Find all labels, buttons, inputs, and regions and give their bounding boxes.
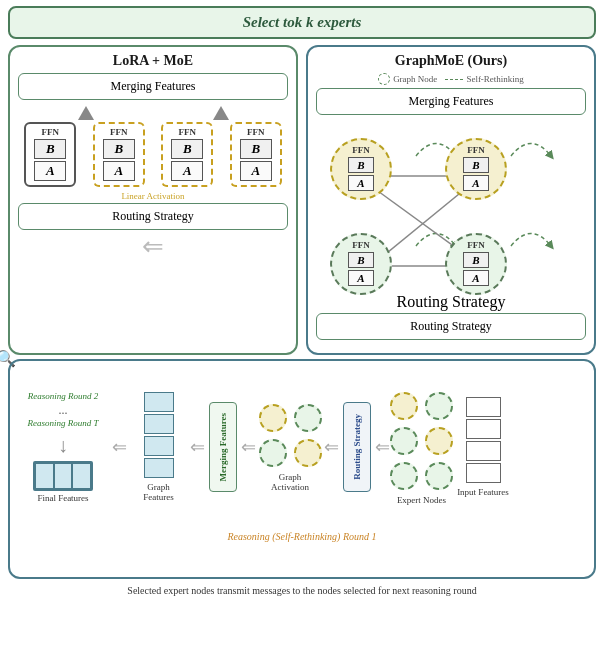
graph-node-br-a: A [463,270,489,286]
down-arrow-icon: ↓ [58,434,68,457]
legend-self-rethinking-label: Self-Rethinking [466,74,524,84]
graph-node-br-shape: FFN B A [445,233,507,295]
graph-activation-circles-top [257,402,324,434]
a-cell-1: A [34,161,66,181]
graph-node-bl-ffn: FFN [352,240,370,250]
ga-circle-4 [294,439,322,467]
merging-features-vertical-text: Merging Features [218,413,228,482]
reasoning-col: Reasoning Round 2 ... Reasoning Round T … [18,391,108,503]
ffn-label-1: FFN [42,127,60,137]
bottom-caption: Selected expert nodes transmit messages … [8,583,596,598]
b-cell-3: B [171,139,203,159]
en-circle-3 [390,427,418,455]
graph-features-label: Graph Features [131,482,186,502]
legend-graph-node-label: Graph Node [393,74,437,84]
ff-cell-3 [72,463,91,489]
expert-block-2: FFN B A [93,122,145,187]
experts-row: FFN B A FFN B A FFN B A FFN B A [18,122,288,187]
a-cell-4: A [240,161,272,181]
arrow-up-1 [78,106,94,120]
legend-self-rethinking: Self-Rethinking [445,74,524,84]
left-panel: LoRA + MoE Merging Features FFN B A FFN … [8,45,298,355]
gf-box-1 [144,392,174,412]
right-panel: GraphMoE (Ours) Graph Node Self-Rethinki… [306,45,596,355]
expert-nodes-label: Expert Nodes [397,495,446,505]
graph-node-br-ffn: FFN [467,240,485,250]
graph-activation-label: Graph Activation [260,472,320,492]
expert-block-3: FFN B A [161,122,213,187]
right-routing-strategy-label: Routing Strategy [316,293,586,311]
dots-label: ... [59,403,68,418]
ffn-label-2: FFN [110,127,128,137]
graph-node-tl-ffn: FFN [352,145,370,155]
right-merging-features-box: Merging Features [316,88,586,115]
right-panel-title: GraphMoE (Ours) [316,53,586,69]
legend-graph-node: Graph Node [378,73,437,85]
big-hollow-arrow: ⇐ [142,234,164,260]
bottom-arrow-1: ⇐ [112,436,127,458]
reasoning-round-1-label: Reasoning (Self-Rethinking) Round 1 [18,531,586,542]
legend-circle-icon [378,73,390,85]
a-cell-2: A [103,161,135,181]
input-features-label: Input Features [457,487,509,497]
final-features-label: Final Features [37,493,88,503]
b-cell-1: B [34,139,66,159]
reasoning-round-2-label: Reasoning Round 2 [28,391,99,401]
graph-node-tr-b: B [463,157,489,173]
expert-circles-top [388,390,455,422]
graph-activation-col: Graph Activation [260,402,320,492]
en-circle-5 [390,462,418,490]
ffn-label-4: FFN [247,127,265,137]
graph-nodes-container: FFN B A FFN B A FFN B A [316,121,586,311]
expert-circles-mid [388,425,455,457]
en-circle-1 [390,392,418,420]
graph-node-tr-ffn: FFN [467,145,485,155]
en-circle-6 [425,462,453,490]
graph-node-tr-shape: FFN B A [445,138,507,200]
bottom-arrow-3: ⇐ [241,436,256,458]
graph-node-tl-b: B [348,157,374,173]
graph-node-bl-shape: FFN B A [330,233,392,295]
expert-circles-bottom [388,460,455,492]
if-box-4 [466,463,501,483]
gf-box-3 [144,436,174,456]
right-routing-strategy-box: Routing Strategy [316,313,586,340]
arrow-up-2 [213,106,229,120]
bottom-inner: Reasoning Round 2 ... Reasoning Round T … [18,367,586,527]
graph-node-tl-shape: FFN B A [330,138,392,200]
if-boxes [466,397,501,483]
if-box-3 [466,441,501,461]
merging-features-vertical-box: Merging Features [209,402,237,492]
linear-activation-label: Linear Activation [18,191,288,201]
up-arrows-row [18,106,288,120]
a-cell-3: A [171,161,203,181]
left-merging-features-box: Merging Features [18,73,288,100]
routing-strategy-vertical-text: Routing Strategy [352,414,362,480]
b-cell-4: B [240,139,272,159]
graph-node-tl-a: A [348,175,374,191]
graph-features-col: Graph Features [131,392,186,502]
gf-boxes [144,392,174,478]
b-cell-2: B [103,139,135,159]
if-box-1 [466,397,501,417]
ga-circle-2 [294,404,322,432]
routing-strategy-vertical-box: Routing Strategy [343,402,371,492]
graph-node-br: FFN B A [441,226,511,301]
ga-circle-3 [259,439,287,467]
main-panels: LoRA + MoE Merging Features FFN B A FFN … [8,45,596,355]
left-panel-title: LoRA + MoE [18,53,288,69]
graph-activation-circles-bottom [257,437,324,469]
big-arrow-row: ⇐ [18,234,288,260]
en-circle-2 [425,392,453,420]
legend-dash-line-icon [445,79,463,80]
ff-cell-1 [35,463,54,489]
if-box-2 [466,419,501,439]
graph-node-tl: FFN B A [326,131,396,206]
bottom-arrow-2: ⇐ [190,436,205,458]
en-circle-4 [425,427,453,455]
input-features-col: Input Features [453,397,513,497]
ff-cell-2 [54,463,73,489]
graph-node-bl-a: A [348,270,374,286]
graph-node-br-b: B [463,252,489,268]
expert-block-4: FFN B A [230,122,282,187]
